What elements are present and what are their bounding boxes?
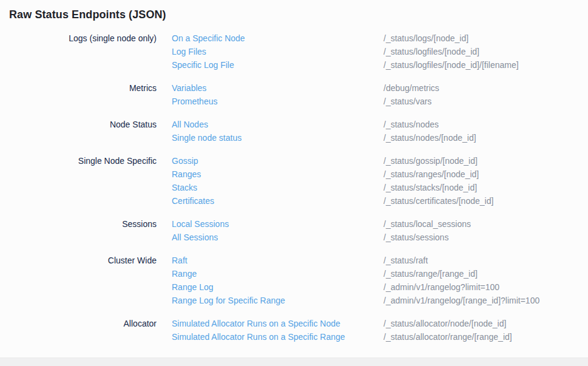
endpoint-path: /_status/logfiles/[node_id]/[filename] [384,58,519,72]
endpoint-link[interactable]: Simulated Allocator Runs on a Specific R… [172,330,384,344]
endpoint-path: /_status/logs/[node_id] [384,32,468,45]
endpoint-row: Specific Log File /_status/logfiles/[nod… [172,58,519,72]
endpoint-row: Log Files /_status/logfiles/[node_id] [172,45,519,58]
endpoint-section: Logs (single node only) On a Specific No… [0,32,588,72]
endpoint-row: All Nodes /_status/nodes [172,118,476,131]
endpoint-link[interactable]: All Nodes [172,118,384,131]
endpoint-link[interactable]: Simulated Allocator Runs on a Specific N… [172,317,384,330]
endpoint-link[interactable]: Ranges [172,168,384,181]
debug-endpoints-page: Raw Status Endpoints (JSON) Logs (single… [0,8,588,344]
endpoint-path: /_status/nodes/[node_id] [384,131,476,144]
endpoint-path: /_status/vars [384,95,431,108]
endpoint-link[interactable]: Raft [172,254,384,267]
endpoint-row: Variables /debug/metrics [172,81,439,95]
endpoint-path: /_admin/v1/rangelog?limit=100 [384,280,499,294]
category-label: Logs (single node only) [0,32,157,72]
endpoint-section: Allocator Simulated Allocator Runs on a … [0,317,588,344]
endpoint-row: Raft /_status/raft [172,254,539,267]
endpoint-section: Cluster Wide Raft /_status/raft Range /_… [0,254,588,307]
endpoint-link[interactable]: Range [172,267,384,280]
endpoint-section: Single Node Specific Gossip /_status/gos… [0,154,588,208]
endpoint-link[interactable]: Specific Log File [172,58,384,72]
endpoint-link[interactable]: Single node status [172,131,384,144]
endpoint-rows: Local Sessions /_status/local_sessions A… [157,217,471,244]
endpoint-link[interactable]: Log Files [172,45,384,58]
category-label: Metrics [0,81,157,108]
page-title: Raw Status Endpoints (JSON) [9,8,588,21]
endpoint-path: /_status/sessions [384,231,448,244]
endpoint-row: Single node status /_status/nodes/[node_… [172,131,476,144]
endpoint-path: /_status/range/[range_id] [384,267,478,280]
endpoint-row: Stacks /_status/stacks/[node_id] [172,181,493,194]
endpoint-section: Node Status All Nodes /_status/nodes Sin… [0,118,588,144]
endpoint-link[interactable]: Variables [172,81,384,95]
category-label: Node Status [0,118,157,144]
category-label: Cluster Wide [0,254,157,307]
endpoint-rows: Variables /debug/metrics Prometheus /_st… [157,81,439,108]
endpoint-path: /debug/metrics [384,81,439,95]
category-label: Sessions [0,217,157,244]
endpoint-link[interactable]: Prometheus [172,95,384,108]
endpoint-row: Ranges /_status/ranges/[node_id] [172,168,493,181]
endpoint-path: /_status/certificates/[node_id] [384,194,493,208]
endpoint-row: Simulated Allocator Runs on a Specific R… [172,330,512,344]
endpoint-path: /_status/raft [384,254,428,267]
endpoint-row: Local Sessions /_status/local_sessions [172,217,471,231]
endpoint-path: /_admin/v1/rangelog/[range_id]?limit=100 [384,294,539,307]
endpoint-rows: Gossip /_status/gossip/[node_id] Ranges … [157,154,493,208]
endpoint-link[interactable]: Stacks [172,181,384,194]
endpoint-link[interactable]: Certificates [172,194,384,208]
endpoint-path: /_status/gossip/[node_id] [384,154,478,168]
endpoint-link[interactable]: On a Specific Node [172,32,384,45]
endpoint-link[interactable]: Range Log for Specific Range [172,294,384,307]
endpoint-path: /_status/nodes [384,118,439,131]
endpoint-rows: On a Specific Node /_status/logs/[node_i… [157,32,519,72]
endpoint-section: Metrics Variables /debug/metrics Prometh… [0,81,588,108]
endpoint-row: Range Log /_admin/v1/rangelog?limit=100 [172,280,539,294]
endpoint-row: All Sessions /_status/sessions [172,231,471,244]
footer-bar [0,358,588,366]
endpoint-row: Gossip /_status/gossip/[node_id] [172,154,493,168]
endpoints-table: Logs (single node only) On a Specific No… [0,32,588,344]
endpoint-link[interactable]: Range Log [172,280,384,294]
endpoint-link[interactable]: Gossip [172,154,384,168]
category-label: Single Node Specific [0,154,157,208]
endpoint-path: /_status/ranges/[node_id] [384,168,479,181]
endpoint-section: Sessions Local Sessions /_status/local_s… [0,217,588,244]
endpoint-row: Prometheus /_status/vars [172,95,439,108]
endpoint-row: Range Log for Specific Range /_admin/v1/… [172,294,539,307]
endpoint-path: /_status/allocator/range/[range_id] [384,330,512,344]
endpoint-path: /_status/stacks/[node_id] [384,181,477,194]
endpoint-rows: Simulated Allocator Runs on a Specific N… [157,317,512,344]
endpoint-link[interactable]: Local Sessions [172,217,384,231]
endpoint-rows: Raft /_status/raft Range /_status/range/… [157,254,539,307]
endpoint-row: On a Specific Node /_status/logs/[node_i… [172,32,519,45]
endpoint-path: /_status/allocator/node/[node_id] [384,317,506,330]
endpoint-row: Certificates /_status/certificates/[node… [172,194,493,208]
endpoint-path: /_status/local_sessions [384,217,471,231]
endpoint-rows: All Nodes /_status/nodes Single node sta… [157,118,476,144]
category-label: Allocator [0,317,157,344]
endpoint-link[interactable]: All Sessions [172,231,384,244]
endpoint-row: Range /_status/range/[range_id] [172,267,539,280]
endpoint-path: /_status/logfiles/[node_id] [384,45,479,58]
endpoint-row: Simulated Allocator Runs on a Specific N… [172,317,512,330]
